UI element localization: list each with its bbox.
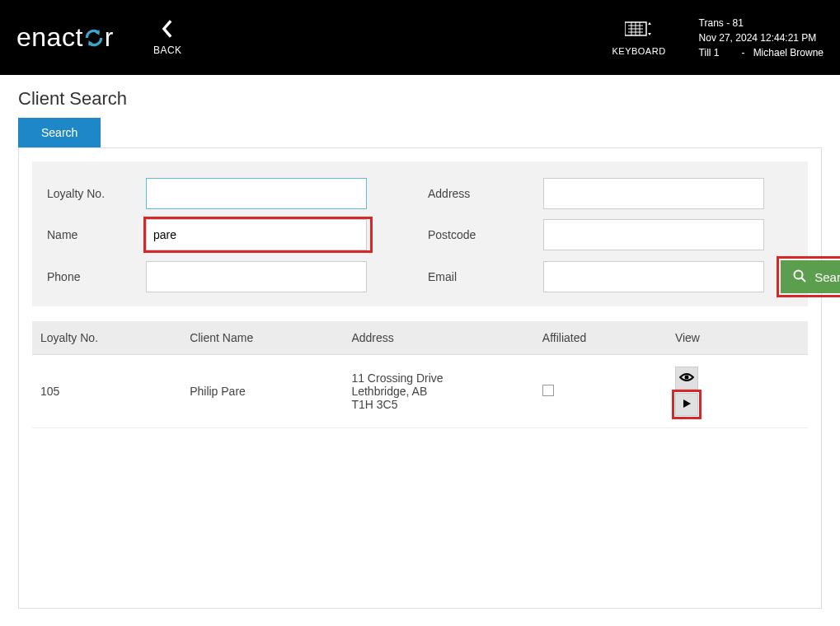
header-info: Trans - 81 Nov 27, 2024 12:44:21 PM Till… [699,16,824,60]
transaction-label: Trans - 81 [699,16,824,30]
cell-affiliated [534,355,667,428]
postcode-label: Postcode [428,228,543,241]
table-row: 105 Philip Pare 11 Crossing Drive Lethbr… [32,355,808,428]
cell-view [667,355,808,428]
user-name: Michael Browne [753,47,824,58]
select-button[interactable] [675,393,698,416]
name-input[interactable] [146,219,367,250]
phone-input[interactable] [146,261,367,292]
datetime-label: Nov 27, 2024 12:44:21 PM [699,30,824,45]
svg-marker-9 [648,22,651,25]
col-loyalty: Loyalty No. [32,321,181,355]
back-button[interactable]: BACK [153,20,182,56]
svg-line-12 [802,278,806,282]
page-title: Client Search [0,75,840,118]
svg-marker-14 [683,399,691,408]
col-affiliated: Affiliated [534,321,667,355]
address-line3: T1H 3C5 [351,398,525,411]
col-client-name: Client Name [181,321,343,355]
address-input[interactable] [543,178,764,209]
email-input[interactable] [543,261,764,292]
svg-point-13 [684,376,688,380]
email-label: Email [428,270,543,283]
address-line2: Lethbridge, AB [351,385,525,398]
cell-address: 11 Crossing Drive Lethbridge, AB T1H 3C5 [343,355,533,428]
chevron-left-icon [160,20,175,41]
search-icon [793,269,806,285]
logo-text-post: r [105,22,114,53]
back-label: BACK [153,44,182,56]
till-label: Till 1 [699,45,734,60]
address-line1: 11 Crossing Drive [351,371,525,385]
keyboard-button[interactable]: KEYBOARD [612,20,665,56]
tabs: Search [0,118,840,147]
app-header: enact r BACK [0,0,840,75]
results-table: Loyalty No. Client Name Address Affiliat… [32,321,808,428]
address-label: Address [428,187,543,200]
search-form: Loyalty No. Address Name Postcode Phone … [32,161,808,306]
tab-search[interactable]: Search [18,118,101,147]
loyalty-input[interactable] [146,178,367,209]
col-address: Address [343,321,533,355]
svg-point-11 [795,270,803,278]
keyboard-icon [625,20,653,43]
search-button-label: Search [814,270,840,284]
phone-label: Phone [47,270,146,283]
logo-text-pre: enact [16,22,83,53]
cell-loyalty: 105 [32,355,181,428]
keyboard-label: KEYBOARD [612,46,665,56]
svg-marker-10 [648,33,651,35]
logo: enact r [16,22,114,53]
name-label: Name [47,228,146,241]
separator: - [742,47,745,58]
cell-client-name: Philip Pare [181,355,343,428]
affiliated-checkbox[interactable] [542,385,554,396]
play-icon [682,398,692,411]
col-view: View [667,321,808,355]
loyalty-label: Loyalty No. [47,187,146,200]
search-button[interactable]: Search [781,260,840,293]
table-header-row: Loyalty No. Client Name Address Affiliat… [32,321,808,355]
postcode-input[interactable] [543,219,764,250]
main-panel: Loyalty No. Address Name Postcode Phone … [18,147,822,609]
logo-refresh-icon [83,27,105,49]
eye-icon [679,371,694,385]
view-button[interactable] [675,367,698,390]
